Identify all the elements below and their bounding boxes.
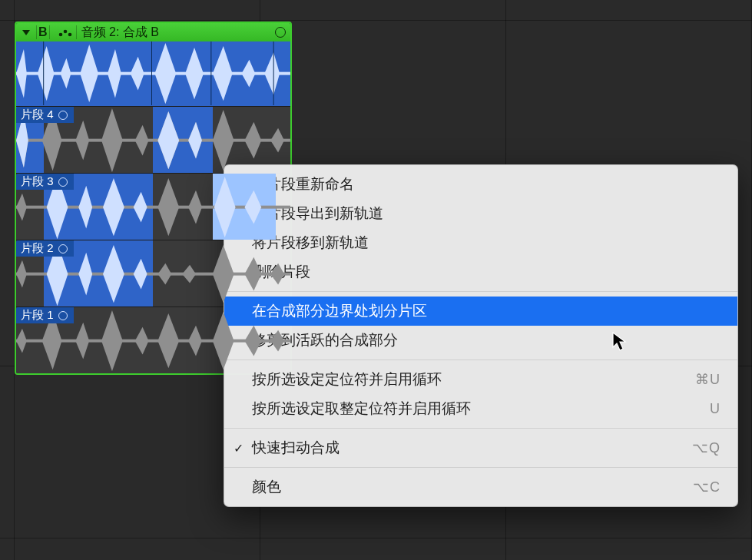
comp-lane[interactable] — [16, 41, 290, 106]
svg-point-1 — [63, 30, 67, 34]
menu-item-label: 在合成部分边界处划分片区 — [252, 301, 427, 321]
menu-separator — [224, 291, 737, 292]
menu-item-shortcut: ⌥Q — [692, 439, 721, 456]
menu-item[interactable]: 按所选设定取整定位符并启用循环U — [224, 394, 737, 423]
take-label[interactable]: 片段 1 — [16, 307, 74, 323]
menu-item-label: 删除片段 — [252, 262, 310, 282]
take-lane[interactable]: 片段 4 — [16, 106, 290, 173]
quick-swipe-icon[interactable] — [55, 25, 77, 39]
menu-item[interactable]: 修剪到活跃的合成部分 — [224, 326, 737, 355]
take-folder-title: 音频 2: 合成 B — [81, 25, 267, 41]
loop-indicator-icon — [275, 27, 286, 38]
menu-item[interactable]: 给片段重新命名 — [224, 170, 737, 199]
take-label[interactable]: 片段 4 — [16, 107, 74, 123]
menu-item[interactable]: 颜色⌥C — [224, 472, 737, 502]
loop-indicator-icon — [58, 111, 68, 120]
menu-item-shortcut: ⌘U — [695, 371, 721, 388]
context-menu[interactable]: 给片段重新命名将片段导出到新轨道将片段移到新轨道删除片段在合成部分边界处划分片区… — [224, 164, 738, 507]
menu-item-label: 修剪到活跃的合成部分 — [252, 330, 398, 350]
menu-item-label: 颜色 — [252, 477, 281, 497]
menu-item[interactable]: 删除片段 — [224, 257, 737, 287]
take-folder-header[interactable]: B 音频 2: 合成 B — [16, 23, 290, 41]
take-lane[interactable]: 片段 3 — [16, 173, 290, 240]
loop-indicator-icon — [58, 244, 68, 253]
take-label-text: 片段 1 — [21, 308, 54, 323]
menu-item-shortcut: ⌥C — [693, 479, 721, 495]
menu-item[interactable]: 按所选设定定位符并启用循环⌘U — [224, 365, 737, 394]
menu-item[interactable]: ✓快速扫动合成⌥Q — [224, 433, 737, 462]
menu-item-label: 按所选设定定位符并启用循环 — [252, 369, 442, 389]
take-label[interactable]: 片段 3 — [16, 174, 74, 190]
loop-indicator-icon — [58, 177, 68, 187]
take-label-text: 片段 4 — [21, 108, 54, 122]
menu-separator — [224, 360, 737, 360]
svg-point-0 — [58, 33, 62, 37]
take-label-text: 片段 2 — [21, 241, 54, 256]
checkmark-icon: ✓ — [234, 441, 243, 456]
menu-item-label: 快速扫动合成 — [252, 438, 340, 458]
take-label-text: 片段 3 — [21, 174, 54, 189]
menu-item[interactable]: 将片段导出到新轨道 — [224, 199, 737, 228]
menu-item-shortcut: U — [710, 401, 721, 417]
menu-item-label: 按所选设定取整定位符并启用循环 — [252, 399, 471, 419]
menu-separator — [224, 467, 737, 468]
loop-indicator-icon — [58, 311, 68, 320]
disclosure-triangle-icon[interactable] — [21, 25, 31, 39]
take-label[interactable]: 片段 2 — [16, 240, 74, 257]
menu-separator — [224, 428, 737, 429]
svg-point-2 — [68, 33, 71, 37]
menu-item[interactable]: 将片段移到新轨道 — [224, 228, 737, 257]
menu-item[interactable]: 在合成部分边界处划分片区 — [224, 297, 737, 326]
comp-letter-button[interactable]: B — [36, 25, 50, 39]
